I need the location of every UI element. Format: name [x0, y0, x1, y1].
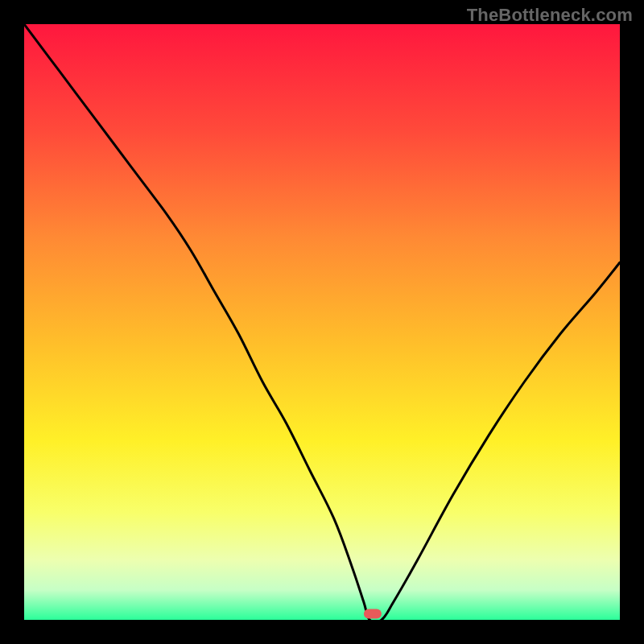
optimal-marker	[364, 609, 382, 619]
gradient-background	[24, 24, 620, 620]
plot-area	[24, 24, 620, 620]
chart-frame: TheBottleneck.com	[0, 0, 644, 644]
chart-svg	[24, 24, 620, 620]
watermark-text: TheBottleneck.com	[467, 5, 633, 26]
